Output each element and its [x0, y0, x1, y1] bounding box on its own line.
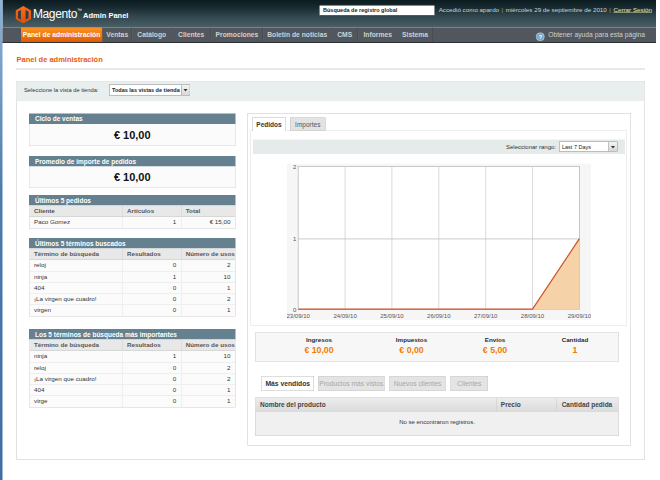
svg-text:29/09/10: 29/09/10	[568, 313, 591, 319]
svg-text:23/09/10: 23/09/10	[287, 313, 311, 319]
svg-text:25/09/10: 25/09/10	[380, 313, 404, 319]
svg-text:24/09/10: 24/09/10	[333, 313, 357, 319]
svg-text:28/09/10: 28/09/10	[521, 313, 545, 319]
svg-text:27/09/10: 27/09/10	[474, 313, 498, 319]
svg-text:26/09/10: 26/09/10	[427, 313, 451, 319]
